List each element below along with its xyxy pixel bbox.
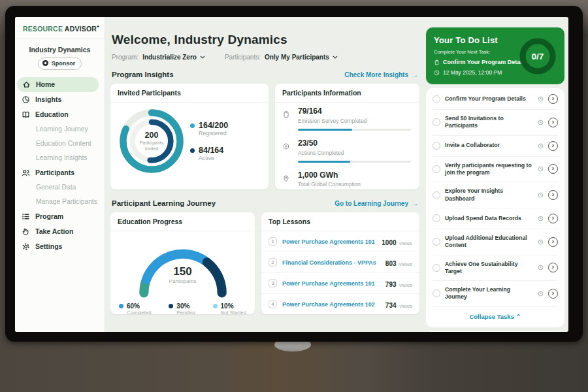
task-checkbox[interactable] bbox=[433, 289, 440, 297]
filters-bar: Program: Industrialize Zero Participants… bbox=[112, 54, 419, 61]
sidebar-item-general-data[interactable]: General Data bbox=[15, 180, 105, 195]
sidebar-item-education[interactable]: Education bbox=[15, 107, 105, 122]
todo-task[interactable]: Upload Additional Educational Content › bbox=[433, 229, 558, 255]
todo-progress-ring: 0/7 bbox=[517, 36, 558, 76]
clock-icon bbox=[538, 143, 544, 149]
task-checkbox[interactable] bbox=[433, 264, 440, 272]
task-chevron-button[interactable]: › bbox=[548, 94, 558, 104]
sidebar-item-take-action[interactable]: Take Action bbox=[15, 224, 105, 239]
sidebar-item-settings[interactable]: Settings bbox=[15, 239, 105, 254]
sponsor-badge: Sponsor bbox=[38, 57, 82, 70]
logo-text-secondary: ADVISOR bbox=[65, 25, 97, 33]
task-chevron-button[interactable]: › bbox=[548, 141, 558, 151]
todo-task[interactable]: Upload Spend Data Records › bbox=[433, 208, 558, 229]
sidebar-item-insights[interactable]: Insights bbox=[15, 92, 105, 107]
logo-plus: + bbox=[97, 24, 99, 29]
sidebar-item-participants[interactable]: Participants bbox=[15, 165, 105, 180]
todo-task[interactable]: Invite a Collaborator › bbox=[433, 136, 558, 157]
org-name: Industry Dynamics bbox=[15, 46, 105, 54]
education-gauge-chart: 150 Participants bbox=[124, 237, 242, 299]
home-icon bbox=[22, 80, 31, 89]
task-checkbox[interactable] bbox=[433, 142, 440, 150]
todo-task[interactable]: Send 50 Invitations to Participants › bbox=[433, 110, 558, 136]
card-title: Top Lessons bbox=[261, 212, 419, 231]
program-select[interactable]: Industrialize Zero bbox=[142, 54, 205, 61]
task-checkbox[interactable] bbox=[433, 191, 440, 199]
arrow-right-icon: → bbox=[412, 71, 418, 78]
learning-journey-heading: Participant Learning Journey bbox=[112, 199, 216, 207]
sidebar-item-label: Take Action bbox=[35, 227, 73, 235]
sidebar-item-learning-journey[interactable]: Learning Journey bbox=[15, 122, 105, 137]
stat-emission-survey: 79/164 Emission Survey Completed bbox=[275, 103, 419, 135]
legend-active: 84/164 Active bbox=[190, 146, 228, 161]
todo-summary-card: Your To Do List Complete Your Next Task:… bbox=[426, 27, 564, 84]
clipboard-icon bbox=[434, 59, 440, 65]
task-chevron-button[interactable]: › bbox=[548, 214, 558, 223]
card-title: Participants Information bbox=[275, 84, 419, 103]
arrow-right-icon: → bbox=[412, 200, 418, 207]
gauge-center-label: Participants bbox=[124, 278, 242, 284]
participants-information-card: Participants Information 79/164 Emission… bbox=[275, 84, 419, 189]
task-checkbox[interactable] bbox=[433, 214, 440, 222]
lesson-link[interactable]: Power Purchase Agreements 101 bbox=[282, 238, 376, 245]
sponsor-badge-label: Sponsor bbox=[52, 60, 76, 67]
lesson-rank: 4 bbox=[269, 300, 277, 308]
legend-dot bbox=[119, 304, 123, 308]
task-checkbox[interactable] bbox=[433, 165, 440, 173]
sidebar-item-home[interactable]: Home bbox=[17, 77, 99, 92]
monitor-bezel: RESOURCE ADVISOR+ Industry Dynamics Spon… bbox=[5, 6, 583, 342]
main-content: Welcome, Industry Dynamics Program: Indu… bbox=[105, 17, 425, 332]
sidebar-item-education-content[interactable]: Education Content bbox=[15, 137, 105, 151]
legend-not-started: 10% Not Started bbox=[213, 302, 246, 314]
card-title: Education Progress bbox=[110, 212, 255, 231]
todo-task[interactable]: Explore Your Insights Dashboard › bbox=[433, 182, 558, 208]
task-chevron-button[interactable]: › bbox=[548, 190, 558, 200]
lesson-rank: 3 bbox=[269, 279, 277, 287]
stat-actions-completed: 23/50 Actions Completed bbox=[275, 135, 419, 167]
sidebar-item-label: Home bbox=[36, 80, 55, 88]
sidebar-item-label: Participants bbox=[35, 169, 74, 176]
task-checkbox[interactable] bbox=[433, 238, 440, 246]
sidebar-item-program[interactable]: Program bbox=[15, 209, 105, 224]
sidebar: RESOURCE ADVISOR+ Industry Dynamics Spon… bbox=[15, 17, 105, 332]
take-action-icon bbox=[22, 227, 30, 236]
sidebar-item-manage-participants[interactable]: Manage Participants bbox=[15, 195, 105, 209]
task-checkbox[interactable] bbox=[433, 118, 440, 126]
task-chevron-button[interactable]: › bbox=[548, 289, 558, 299]
donut-center-label: Participants Invited bbox=[135, 140, 169, 152]
lesson-link[interactable]: Financial Considerations - VPPAs bbox=[282, 259, 380, 266]
lesson-row: 1 Power Purchase Agreements 101 1000 vie… bbox=[261, 231, 419, 252]
task-chevron-button[interactable]: › bbox=[548, 164, 558, 174]
page-title: Welcome, Industry Dynamics bbox=[112, 33, 419, 47]
lesson-link[interactable]: Power Purchase Agreements 101 bbox=[282, 280, 380, 287]
consumption-pin-icon bbox=[282, 173, 293, 188]
task-chevron-button[interactable]: › bbox=[548, 118, 558, 127]
todo-task[interactable]: Verify participants requesting to join t… bbox=[433, 157, 558, 183]
clock-icon bbox=[538, 192, 544, 198]
logo-text-primary: RESOURCE bbox=[23, 25, 63, 33]
task-chevron-button[interactable]: › bbox=[548, 237, 558, 247]
top-lessons-card: Top Lessons 1 Power Purchase Agreements … bbox=[261, 212, 419, 314]
gauge-center-value: 150 bbox=[124, 265, 242, 278]
clock-icon bbox=[538, 291, 544, 297]
go-to-learning-journey-link[interactable]: Go to Learning Journey → bbox=[335, 200, 418, 207]
participants-icon bbox=[22, 169, 30, 177]
task-checkbox[interactable] bbox=[433, 95, 440, 103]
todo-task[interactable]: Complete Your Learning Journey › bbox=[433, 281, 558, 307]
participants-select[interactable]: Only My Participants bbox=[265, 54, 338, 61]
check-more-insights-link[interactable]: Check More Insights → bbox=[344, 71, 418, 78]
sidebar-item-learning-insights[interactable]: Learning Insights bbox=[15, 151, 105, 165]
app-logo[interactable]: RESOURCE ADVISOR+ bbox=[15, 17, 105, 39]
task-chevron-button[interactable]: › bbox=[548, 263, 558, 272]
lesson-rank: 1 bbox=[269, 237, 277, 246]
lesson-row: 4 Power Purchase Agreements 102 734 view… bbox=[261, 294, 419, 314]
clock-icon bbox=[538, 166, 544, 172]
clock-icon bbox=[538, 96, 544, 102]
screen: RESOURCE ADVISOR+ Industry Dynamics Spon… bbox=[15, 17, 568, 332]
todo-task[interactable]: Achieve One Sustainability Target › bbox=[433, 255, 558, 282]
lesson-link[interactable]: Power Purchase Agreements 102 bbox=[282, 301, 380, 308]
collapse-tasks-link[interactable]: Collapse Tasks ⌃ bbox=[433, 307, 558, 327]
program-insights-heading: Program Insights bbox=[112, 71, 174, 78]
clock-icon bbox=[538, 265, 544, 270]
todo-task[interactable]: Confirm Your Program Details › bbox=[433, 89, 558, 110]
